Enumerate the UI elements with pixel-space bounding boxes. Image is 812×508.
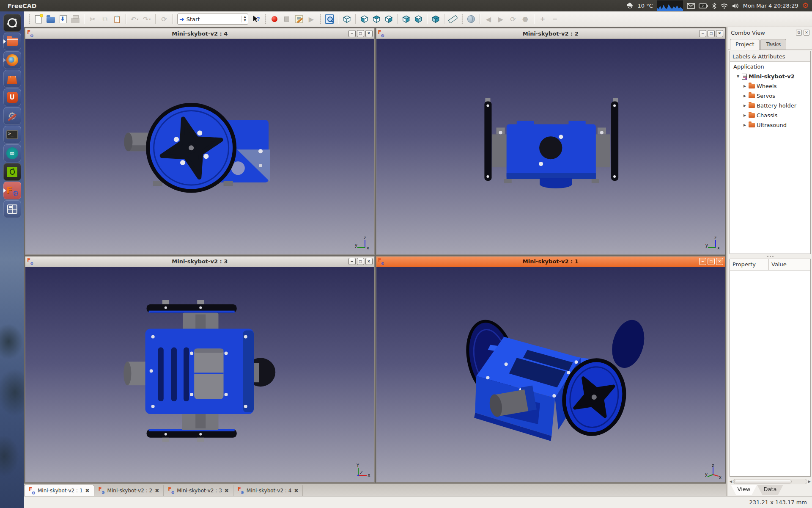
tree-item-battery-holder[interactable]: ▶ Battery-holder xyxy=(730,101,810,110)
toolbar-grip[interactable] xyxy=(319,14,322,24)
open-button[interactable] xyxy=(45,13,57,25)
3d-viewport-rear[interactable]: z y x xyxy=(376,39,725,254)
launcher-item-ubuntu-one[interactable]: U xyxy=(3,88,21,106)
new-button[interactable] xyxy=(33,13,44,25)
tab-project[interactable]: Project xyxy=(730,39,760,50)
3d-viewport-iso[interactable]: z y x xyxy=(376,267,725,483)
3d-viewport-top[interactable]: Y Z X xyxy=(25,267,374,483)
launcher-item-files[interactable] xyxy=(3,33,21,50)
close-button[interactable]: × xyxy=(716,30,723,37)
tree-item-chassis[interactable]: ▶ Chassis xyxy=(730,110,810,120)
mdi-tab-4[interactable]: F⚙ Mini-skybot-v2 : 4 ✖ xyxy=(233,485,303,496)
minimize-button[interactable]: – xyxy=(348,30,356,37)
expand-arrow-icon[interactable]: ▶ xyxy=(743,113,747,117)
top-view-button[interactable] xyxy=(370,13,382,25)
ultrasound-sensor[interactable] xyxy=(123,362,147,385)
expand-arrow-icon[interactable]: ▶ xyxy=(743,94,747,98)
maximize-button[interactable]: □ xyxy=(708,30,715,37)
left-view-button[interactable] xyxy=(430,13,442,25)
value-column-header[interactable]: Value xyxy=(769,259,789,270)
minimize-button[interactable]: – xyxy=(699,258,706,265)
close-tab-icon[interactable]: ✖ xyxy=(294,488,298,494)
window-titlebar[interactable]: F⚙ Mini-skybot-v2 : 4 – □ × xyxy=(25,28,374,39)
zoom-in-button[interactable]: + xyxy=(537,13,549,25)
expand-arrow-icon[interactable]: ▶ xyxy=(743,123,747,127)
weather-icon[interactable] xyxy=(626,0,634,11)
web-back-button[interactable]: ◀ xyxy=(483,13,494,25)
whats-this-button[interactable]: ? xyxy=(250,13,262,25)
tree-item-wheels[interactable]: ▶ Wheels xyxy=(730,81,810,91)
spinner-arrows-icon[interactable]: ▲▼ xyxy=(241,16,246,22)
redo-button[interactable]: ↷▾ xyxy=(141,13,153,25)
tab-tasks[interactable]: Tasks xyxy=(760,39,786,50)
zoom-out-button[interactable]: − xyxy=(549,13,561,25)
web-forward-button[interactable]: ▶ xyxy=(495,13,507,25)
close-tab-icon[interactable]: ✖ xyxy=(225,488,229,494)
minimize-button[interactable]: – xyxy=(348,258,356,265)
robot-model-front-view[interactable] xyxy=(25,39,374,254)
wifi-icon[interactable] xyxy=(720,0,728,11)
bottom-view-button[interactable] xyxy=(412,13,424,25)
front-view-button[interactable] xyxy=(358,13,370,25)
right-view-button[interactable] xyxy=(383,13,395,25)
mail-icon[interactable] xyxy=(687,0,695,11)
launcher-item-firefox[interactable] xyxy=(3,51,21,69)
copy-button[interactable]: ⧉ xyxy=(99,13,111,25)
mdi-tab-2[interactable]: F⚙ Mini-skybot-v2 : 2 ✖ xyxy=(94,485,164,496)
property-splitter[interactable] xyxy=(728,254,812,259)
session-gear-icon[interactable]: ⚙ xyxy=(802,2,809,9)
collapse-arrow-icon[interactable]: ▼ xyxy=(736,75,740,78)
chassis-plate[interactable] xyxy=(145,329,254,414)
macro-record-button[interactable] xyxy=(269,13,280,25)
close-button[interactable]: × xyxy=(365,258,373,265)
expand-arrow-icon[interactable]: ▶ xyxy=(743,84,747,88)
battery-icon[interactable] xyxy=(699,0,708,11)
scroll-left-icon[interactable]: ◀ xyxy=(730,480,732,483)
measure-button[interactable] xyxy=(447,13,459,25)
horizontal-scrollbar[interactable]: ◀ ▶ xyxy=(730,478,811,485)
maximize-button[interactable]: □ xyxy=(357,258,364,265)
paste-button[interactable]: 📋 xyxy=(111,13,123,25)
tree-item-servos[interactable]: ▶ Servos xyxy=(730,91,810,101)
launcher-item-terminal[interactable]: >_ xyxy=(3,126,21,144)
minimize-button[interactable]: – xyxy=(699,30,706,37)
wheel[interactable] xyxy=(148,105,235,191)
close-tab-icon[interactable]: ✖ xyxy=(155,488,159,494)
web-stop-button[interactable]: ⬣ xyxy=(519,13,531,25)
window-titlebar[interactable]: F⚙ Mini-skybot-v2 : 3 – □ × xyxy=(25,257,374,267)
maximize-button[interactable]: □ xyxy=(708,258,715,265)
cut-button[interactable]: ✂ xyxy=(87,13,99,25)
launcher-item-freecad[interactable]: F⚙ xyxy=(3,182,21,199)
toolbar-grip[interactable] xyxy=(28,14,31,24)
workbench-selector[interactable]: ➜ Start ▲▼ xyxy=(177,14,248,25)
web-home-button[interactable] xyxy=(465,13,477,25)
3d-viewport-front[interactable]: z y x xyxy=(25,39,374,254)
launcher-item-workspace-switcher[interactable] xyxy=(3,200,21,218)
close-button[interactable]: × xyxy=(365,30,373,37)
property-column-header[interactable]: Property xyxy=(730,259,769,270)
robot-model-top-view[interactable] xyxy=(25,267,374,483)
mdi-tab-3[interactable]: F⚙ Mini-skybot-v2 : 3 ✖ xyxy=(164,485,233,496)
system-monitor-graph[interactable] xyxy=(657,0,683,11)
macro-stop-button[interactable] xyxy=(281,13,293,25)
window-titlebar-active[interactable]: F⚙ Mini-skybot-v2 : 1 – □ × xyxy=(376,257,725,267)
fit-all-button[interactable] xyxy=(324,13,335,25)
macro-play-button[interactable]: ▶ xyxy=(305,13,317,25)
launcher-item-arduino[interactable]: ∞ xyxy=(3,144,21,162)
volume-icon[interactable] xyxy=(732,0,739,11)
close-button[interactable]: × xyxy=(716,258,723,265)
scroll-right-icon[interactable]: ▶ xyxy=(808,480,811,483)
refresh-button[interactable]: ⟳ xyxy=(158,13,170,25)
launcher-item-dash-home[interactable] xyxy=(3,14,21,32)
float-panel-button[interactable]: ⧉ xyxy=(796,30,802,36)
window-titlebar[interactable]: F⚙ Mini-skybot-v2 : 2 – □ × xyxy=(376,28,725,39)
temperature-indicator[interactable]: 10 °C xyxy=(637,3,653,9)
web-refresh-button[interactable]: ⟳ xyxy=(507,13,519,25)
print-button[interactable] xyxy=(69,13,81,25)
mdi-tab-1[interactable]: F⚙ Mini-skybot-v2 : 1 ✖ xyxy=(24,485,94,496)
toolbar-grip[interactable] xyxy=(461,14,464,24)
undo-button[interactable]: ↶▾ xyxy=(129,13,140,25)
launcher-item-nvidia[interactable] xyxy=(3,163,21,181)
scrollbar-thumb[interactable] xyxy=(734,480,791,483)
tree-item-ultrasound[interactable]: ▶ Ultrasound xyxy=(730,120,810,130)
